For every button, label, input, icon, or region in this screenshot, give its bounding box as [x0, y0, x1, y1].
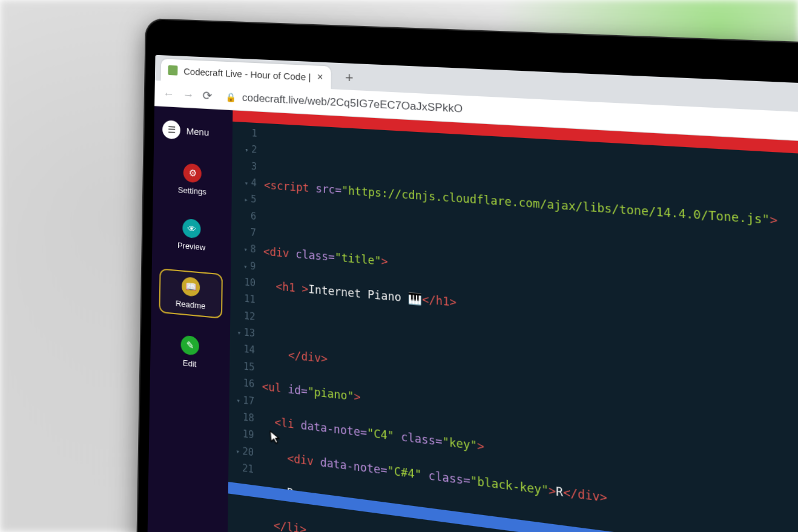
code-text: Internet Piano 🎹: [308, 283, 422, 306]
menu-icon: ☰: [162, 120, 180, 139]
code-text: key: [449, 436, 470, 452]
code-text: https://cdnjs.cloudflare.com/ajax/libs/t…: [348, 185, 762, 226]
editor-pane: 1 ▾2 3 ▾4 ▸5 6 7 ▾8 ▾9 10 11 12 ▾13 14: [226, 110, 798, 532]
line-number-gutter: 1 ▾2 3 ▾4 ▸5 6 7 ▾8 ▾9 10 11 12 ▾13 14: [226, 122, 261, 532]
sidebar-item-edit[interactable]: ✎ Edit: [150, 328, 230, 376]
sidebar-item-menu[interactable]: ☰ Menu: [154, 116, 232, 146]
code-editor[interactable]: 1 ▾2 3 ▾4 ▸5 6 7 ▾8 ▾9 10 11 12 ▾13 14: [226, 122, 798, 532]
code-text: piano: [314, 386, 348, 402]
code-text: C#4: [394, 464, 415, 480]
tab-close-button[interactable]: ×: [317, 71, 323, 83]
new-tab-button[interactable]: +: [340, 68, 359, 88]
code-text: title: [341, 252, 375, 268]
sidebar-item-readme[interactable]: 📖 Readme: [159, 268, 222, 318]
screen: Codecraft Live - Hour of Code | × + ← → …: [146, 55, 798, 532]
sidebar: ☰ Menu ⚙ Settings 👁 Preview 📖 Readme ✎: [146, 106, 232, 532]
laptop-frame: Codecraft Live - Hour of Code | × + ← → …: [135, 18, 798, 532]
code-text: C4: [374, 427, 387, 442]
sidebar-item-preview[interactable]: 👁 Preview: [152, 212, 231, 258]
lock-icon: 🔒: [225, 91, 236, 102]
settings-icon: ⚙: [183, 163, 202, 183]
app-content: ☰ Menu ⚙ Settings 👁 Preview 📖 Readme ✎: [146, 106, 798, 532]
reload-button[interactable]: ⟳: [202, 88, 212, 103]
tab-title: Codecraft Live - Hour of Code |: [183, 65, 311, 82]
code-text: R: [556, 484, 563, 499]
sidebar-item-settings[interactable]: ⚙ Settings: [153, 157, 232, 202]
eye-icon: 👁: [182, 218, 200, 238]
forward-button[interactable]: →: [183, 88, 194, 102]
sidebar-label-preview: Preview: [177, 240, 206, 252]
tab-favicon-icon: [168, 65, 178, 76]
sidebar-label-edit: Edit: [183, 358, 197, 369]
sidebar-label-readme: Readme: [176, 298, 206, 310]
url-text: codecraft.live/web/2Cq5IG7eEC7OaJxSPkkO: [242, 91, 463, 116]
sidebar-label-settings: Settings: [178, 185, 206, 197]
code-content[interactable]: <script src="https://cdnjs.cloudflare.co…: [256, 127, 798, 532]
back-button[interactable]: ←: [163, 87, 174, 100]
code-text: black-key: [477, 475, 541, 496]
sidebar-label-menu: Menu: [186, 125, 209, 137]
pencil-icon: ✎: [180, 335, 199, 355]
book-icon: 📖: [182, 277, 200, 297]
